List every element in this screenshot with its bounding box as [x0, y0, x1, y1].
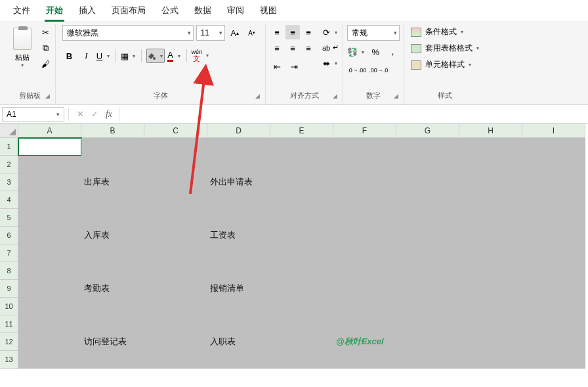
cell-C6[interactable]	[144, 227, 207, 244]
format-painter-icon[interactable]: 🖌	[39, 58, 51, 70]
orientation-button[interactable]: ⟳	[322, 25, 339, 39]
cell-D9[interactable]: 报销清单	[207, 280, 270, 298]
cell-F5[interactable]	[333, 209, 396, 227]
align-launcher-icon[interactable]: ◢	[333, 93, 337, 99]
cell-A4[interactable]	[18, 191, 81, 209]
cell-G7[interactable]	[396, 244, 459, 262]
cell-G4[interactable]	[396, 191, 459, 209]
cell-B9[interactable]: 考勤表	[81, 280, 144, 298]
cell-C3[interactable]	[144, 173, 207, 191]
tab-review[interactable]: 审阅	[219, 1, 252, 20]
cell-D11[interactable]	[207, 315, 270, 333]
phonetic-button[interactable]: wén文	[192, 49, 211, 63]
cell-D7[interactable]	[207, 244, 270, 262]
cell-G6[interactable]	[396, 227, 459, 244]
cell-A9[interactable]	[18, 280, 81, 298]
cell-F1[interactable]	[333, 138, 396, 156]
name-box[interactable]: A1▾	[2, 107, 64, 122]
cell-G1[interactable]	[396, 138, 459, 156]
cell-E3[interactable]	[270, 173, 333, 191]
cell-G13[interactable]	[396, 351, 459, 369]
cell-F9[interactable]	[333, 280, 396, 298]
cell-H10[interactable]	[459, 298, 522, 315]
cancel-formula-icon[interactable]: ✕	[73, 107, 87, 122]
cell-I9[interactable]	[522, 280, 585, 298]
col-header[interactable]: B	[81, 124, 144, 138]
cell-F4[interactable]	[333, 191, 396, 209]
cell-C2[interactable]	[144, 156, 207, 173]
tab-formula[interactable]: 公式	[154, 1, 186, 20]
decrease-decimal-icon[interactable]: .00→.0	[369, 63, 388, 78]
cell-H4[interactable]	[459, 191, 522, 209]
cell-C7[interactable]	[144, 244, 207, 262]
cell-H13[interactable]	[459, 351, 522, 369]
row-header[interactable]: 2	[0, 156, 18, 173]
cell-C11[interactable]	[144, 315, 207, 333]
cell-H7[interactable]	[459, 244, 522, 262]
cell-H2[interactable]	[459, 156, 522, 173]
cell-F3[interactable]	[333, 173, 396, 191]
cell-B2[interactable]	[81, 156, 144, 173]
cell-F8[interactable]	[333, 262, 396, 280]
cell-B5[interactable]	[81, 209, 144, 227]
fill-color-button[interactable]	[146, 49, 165, 63]
cell-C13[interactable]	[144, 351, 207, 369]
align-left-icon[interactable]: ≡	[270, 41, 284, 55]
cell-I3[interactable]	[522, 173, 585, 191]
cell-D13[interactable]	[207, 351, 270, 369]
tab-pagelayout[interactable]: 页面布局	[104, 1, 154, 20]
cell-E2[interactable]	[270, 156, 333, 173]
cell-D3[interactable]: 外出申请表	[207, 173, 270, 191]
align-top-icon[interactable]: ≡	[270, 25, 284, 39]
row-header[interactable]: 10	[0, 298, 18, 315]
cell-I1[interactable]	[522, 138, 585, 156]
cell-A3[interactable]	[18, 173, 81, 191]
increase-decimal-icon[interactable]: .0→.00	[347, 63, 366, 78]
italic-button[interactable]: I	[79, 49, 94, 63]
cell-I10[interactable]	[522, 298, 585, 315]
row-header[interactable]: 3	[0, 173, 18, 191]
cell-G5[interactable]	[396, 209, 459, 227]
font-name-select[interactable]	[62, 25, 194, 41]
cell-B1[interactable]	[81, 138, 144, 156]
cell-B6[interactable]: 入库表	[81, 227, 144, 244]
row-header[interactable]: 8	[0, 262, 18, 280]
cell-D5[interactable]	[207, 209, 270, 227]
cell-I7[interactable]	[522, 244, 585, 262]
cell-B3[interactable]: 出库表	[81, 173, 144, 191]
cell-I12[interactable]	[522, 333, 585, 351]
cell-F6[interactable]	[333, 227, 396, 244]
cell-A8[interactable]	[18, 262, 81, 280]
align-middle-icon[interactable]: ≡	[285, 25, 300, 39]
decrease-font-icon[interactable]: A▾	[245, 26, 259, 40]
number-launcher-icon[interactable]: ◢	[394, 93, 398, 99]
cell-E9[interactable]	[270, 280, 333, 298]
cell-G9[interactable]	[396, 280, 459, 298]
row-header[interactable]: 12	[0, 333, 18, 351]
cell-A11[interactable]	[18, 315, 81, 333]
cell-D6[interactable]: 工资表	[207, 227, 270, 244]
font-launcher-icon[interactable]: ◢	[255, 93, 260, 99]
cell-styles-button[interactable]: 单元格样式▾	[408, 58, 482, 72]
cell-B13[interactable]	[81, 351, 144, 369]
cell-E12[interactable]	[270, 333, 333, 351]
formula-input[interactable]	[119, 107, 588, 122]
cell-I4[interactable]	[522, 191, 585, 209]
cell-E7[interactable]	[270, 244, 333, 262]
cell-A12[interactable]	[18, 333, 81, 351]
cell-D2[interactable]	[207, 156, 270, 173]
comma-button[interactable]: ，	[385, 45, 400, 59]
cell-H6[interactable]	[459, 227, 522, 244]
row-header[interactable]: 11	[0, 315, 18, 333]
col-header[interactable]: G	[396, 124, 459, 138]
cell-A13[interactable]	[18, 351, 81, 369]
conditional-format-button[interactable]: 条件格式▾	[408, 25, 482, 39]
col-header[interactable]: C	[144, 124, 207, 138]
cell-H5[interactable]	[459, 209, 522, 227]
cell-I6[interactable]	[522, 227, 585, 244]
col-header[interactable]: E	[270, 124, 333, 138]
cell-C12[interactable]	[144, 333, 207, 351]
row-header[interactable]: 6	[0, 227, 18, 244]
cell-F2[interactable]	[333, 156, 396, 173]
cell-E10[interactable]	[270, 298, 333, 315]
